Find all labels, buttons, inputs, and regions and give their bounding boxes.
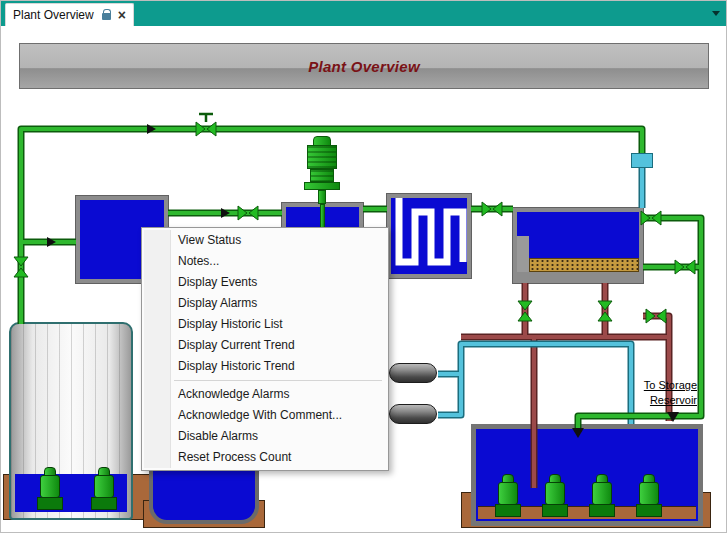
basin-pump-1[interactable] (495, 474, 521, 518)
blower-top[interactable] (389, 363, 437, 383)
titlebar: Plant Overview × (1, 1, 727, 26)
blower-bottom[interactable] (389, 404, 437, 424)
menu-item-notes[interactable]: Notes... (144, 251, 386, 272)
motor-flange (304, 182, 340, 190)
context-menu: View StatusNotes...Display EventsDisplay… (141, 227, 389, 471)
tab-close-button[interactable]: × (118, 8, 126, 22)
basin-pump-2[interactable] (542, 474, 568, 518)
motor-body (307, 145, 337, 169)
pipe-teal-outline (438, 168, 642, 424)
pump-base (37, 497, 63, 510)
menu-item-display-alarms[interactable]: Display Alarms (144, 293, 386, 314)
tab-dropdown-icon[interactable] (712, 11, 720, 16)
pump-body (498, 482, 518, 505)
to-storage-label: To Storage Reservoir (627, 378, 697, 408)
flow-arrow-basin (572, 428, 584, 438)
to-storage-line1: To Storage (627, 378, 697, 393)
motor-lower (310, 169, 334, 182)
tab-title: Plant Overview (13, 8, 94, 22)
pump-body (639, 482, 659, 505)
pump-base (542, 504, 568, 517)
menu-item-acknowledge-with-comment[interactable]: Acknowledge With Comment... (144, 405, 386, 426)
menu-item-display-historic-trend[interactable]: Display Historic Trend (144, 356, 386, 377)
basin-pump-4[interactable] (636, 474, 662, 518)
menu-item-display-events[interactable]: Display Events (144, 272, 386, 293)
menu-separator (174, 380, 382, 381)
pump-body (545, 482, 565, 505)
pump-base (636, 504, 662, 517)
tab-plant-overview[interactable]: Plant Overview × (5, 3, 134, 26)
pump-body (94, 475, 114, 498)
pump-base (91, 497, 117, 510)
menu-item-disable-alarms[interactable]: Disable Alarms (144, 426, 386, 447)
menu-item-acknowledge-alarms[interactable]: Acknowledge Alarms (144, 384, 386, 405)
lock-icon (102, 13, 111, 20)
pump-body (592, 482, 612, 505)
menu-item-display-historic-list[interactable]: Display Historic List (144, 314, 386, 335)
pump-base (589, 504, 615, 517)
pump-body (40, 475, 60, 498)
serpentine-baffle (399, 198, 463, 262)
pump-base (495, 504, 521, 517)
menu-item-reset-process-count[interactable]: Reset Process Count (144, 447, 386, 468)
motor-stem (318, 190, 326, 204)
storage-pump-1[interactable] (37, 467, 63, 511)
menu-item-view-status[interactable]: View Status (144, 230, 386, 251)
to-storage-line2: Reservoir (627, 393, 697, 408)
valve-top-line[interactable] (196, 114, 216, 136)
storage-pump-2[interactable] (91, 467, 117, 511)
plant-overview-window: Plant Overview × Plant Overview (0, 0, 727, 533)
basin-pump-3[interactable] (589, 474, 615, 518)
clarifier-inlet-box (631, 153, 653, 168)
menu-item-display-current-trend[interactable]: Display Current Trend (144, 335, 386, 356)
pipe-teal (438, 168, 642, 424)
